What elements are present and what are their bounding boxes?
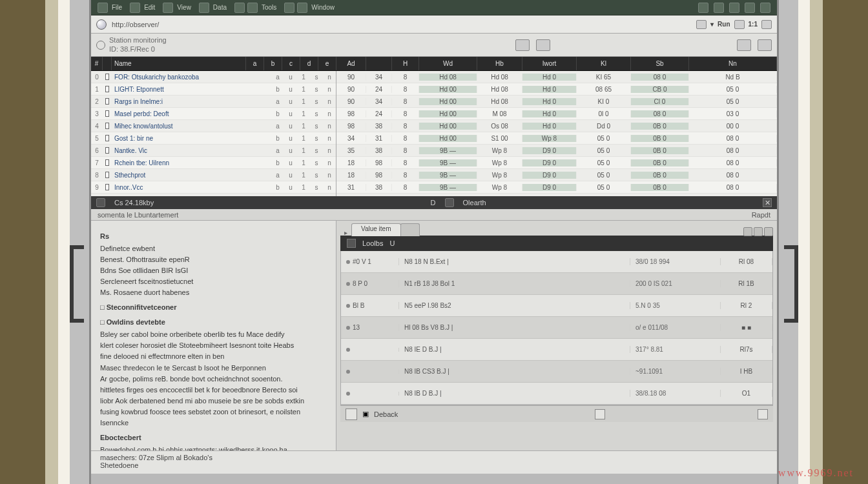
col-sb[interactable]: Sb xyxy=(631,57,689,70)
sep-btn[interactable]: Olearth xyxy=(463,199,486,207)
row-checkbox[interactable] xyxy=(103,172,112,178)
table-row[interactable]: 90248Hd 00Hd 08Hd 008 65CB 005 0 xyxy=(336,83,777,96)
col-a[interactable]: a xyxy=(246,57,264,70)
col-nn[interactable]: Nn xyxy=(689,57,777,70)
addr-action-icon[interactable] xyxy=(734,20,745,29)
status-action-icon[interactable] xyxy=(758,409,768,419)
detail-row[interactable]: N8 IB CS3 B.J |~91.1091I HB xyxy=(341,361,772,383)
detail-row[interactable]: 8 P 0N1 rB 18 J8 Bol 1200 0 IS 021Rl 1B xyxy=(341,273,772,295)
col-chk[interactable] xyxy=(103,57,112,70)
detail-row[interactable]: #0 V 1N8 18 N B.Ext |38/0 18 994Rl 08 xyxy=(341,251,772,273)
row-checkbox[interactable] xyxy=(103,74,112,80)
col-e[interactable]: e xyxy=(318,57,336,70)
table-row[interactable]: 4Mihec know/antolustau1sn xyxy=(91,120,336,132)
table-row[interactable]: 3Masel perbd: Deoftbu1sn xyxy=(91,108,336,120)
col-ad[interactable]: Ad xyxy=(336,57,366,70)
menubar-icon[interactable] xyxy=(199,3,209,13)
table-row[interactable]: 189889B —Wp 8D9 005 00B 008 0 xyxy=(336,157,777,169)
table-row[interactable]: 1LIGHT: Etponnettbu1sn xyxy=(91,83,336,96)
menubar-icon[interactable] xyxy=(98,3,108,13)
url-text[interactable]: http://observer/ xyxy=(112,21,691,28)
toolbar-icon[interactable] xyxy=(515,39,530,51)
tray-icon[interactable] xyxy=(714,3,724,13)
col-hb[interactable]: Hb xyxy=(477,57,522,70)
sep-icon[interactable] xyxy=(445,198,454,207)
tray-icon[interactable] xyxy=(698,3,708,13)
col-d[interactable]: d xyxy=(300,57,318,70)
menu-view[interactable]: View xyxy=(177,4,191,11)
row-checkbox[interactable] xyxy=(103,159,112,166)
search-icon[interactable] xyxy=(96,41,105,50)
menubar-icon[interactable] xyxy=(130,3,140,13)
close-icon[interactable]: ✕ xyxy=(763,198,772,207)
table-row[interactable]: 7Rchein tbe: Uilrennbu1sn xyxy=(91,157,336,169)
tray-icon[interactable] xyxy=(760,3,770,13)
detail-row[interactable]: Bl BN5 eeP I.98 Bs25.N 0 35Rl 2 xyxy=(341,295,772,317)
table-row[interactable]: 5Gost 1: bir nebu1sn xyxy=(91,132,336,145)
menu-edit[interactable]: Edit xyxy=(144,4,155,11)
col-iwort[interactable]: Iwort xyxy=(522,57,577,70)
menu-file[interactable]: File xyxy=(112,4,122,11)
status-action-icon[interactable] xyxy=(595,409,605,419)
menubar-icon[interactable] xyxy=(284,3,294,13)
table-row[interactable]: 313889B —Wp 8D9 005 00B 008 0 xyxy=(336,181,777,194)
table-row[interactable]: 0FOR: Otsukarichy bankozobaau1sn xyxy=(91,71,336,83)
table-row[interactable]: 353889B —Wp 8D9 005 00B 008 0 xyxy=(336,145,777,157)
detail-row[interactable]: N8 IE D B.J |317° 8.81Rl7s xyxy=(341,339,772,361)
row-checkbox[interactable] xyxy=(103,135,112,141)
menu-window[interactable]: Window xyxy=(311,4,335,11)
col-b[interactable]: b xyxy=(264,57,282,70)
detail-row[interactable]: N8 IB D B.J |38/8.18 08O1 xyxy=(341,383,772,405)
row-checkbox[interactable] xyxy=(103,86,112,92)
menubar-icon[interactable] xyxy=(234,3,245,13)
menubar-icon[interactable] xyxy=(163,3,173,13)
info-checkbox[interactable]: □ Steconnifitvetceoner xyxy=(100,302,327,313)
maximize-icon[interactable] xyxy=(754,227,763,236)
table-row[interactable]: 189889B —Wp 8D9 005 00B 008 0 xyxy=(336,169,777,181)
row-checkbox[interactable] xyxy=(103,110,112,117)
tray-icon[interactable] xyxy=(745,3,755,13)
col-wd[interactable]: Wd xyxy=(419,57,477,70)
row-checkbox[interactable] xyxy=(103,147,112,154)
menubar-icon[interactable] xyxy=(297,3,307,13)
col-idx[interactable]: # xyxy=(91,57,103,70)
edit-icon[interactable] xyxy=(346,408,357,420)
toolbar-icon[interactable] xyxy=(536,39,550,51)
tab-blank[interactable] xyxy=(400,223,420,236)
close-icon[interactable] xyxy=(764,227,773,236)
menu-tools[interactable]: Tools xyxy=(262,4,276,11)
sep-icon[interactable] xyxy=(96,198,105,207)
toolbar-icon[interactable] xyxy=(737,39,751,51)
table-row[interactable]: 34318Hd 00S1 00Wp 805 00B 008 0 xyxy=(336,132,777,145)
addr-action-icon[interactable] xyxy=(696,20,707,29)
table-row[interactable]: 98248Hd 00M 08Hd 00l 008 003 0 xyxy=(336,108,777,120)
col-name[interactable]: Name xyxy=(112,57,246,70)
addr-action-icon[interactable] xyxy=(761,20,772,29)
table-row[interactable]: 6Nantke. Vicau1sn xyxy=(91,145,336,157)
col-h[interactable]: H xyxy=(392,57,419,70)
row-checkbox[interactable] xyxy=(103,98,112,105)
detail-row[interactable]: 13Hl 08 Bs V8 B.J |o/ e 011/08■ ■ xyxy=(341,317,772,339)
run-button[interactable]: Run xyxy=(718,21,730,28)
tab-values[interactable]: Value item xyxy=(351,223,401,236)
minimize-icon[interactable] xyxy=(743,227,752,236)
table-row[interactable]: 8Sthechprotau1sn xyxy=(91,169,336,181)
table-row[interactable]: 90348Hd 00Hd 08Hd 0KI 0Cl 005 0 xyxy=(336,96,777,108)
col-c[interactable]: c xyxy=(282,57,300,70)
row-checkbox[interactable] xyxy=(103,184,112,190)
addr-dropdown[interactable]: ▾ xyxy=(710,21,714,28)
table-row[interactable]: 10selot Soosau1sn xyxy=(91,194,336,196)
table-row[interactable]: 9Innor..Vccbu1sn xyxy=(91,181,336,194)
table-row[interactable]: 90348Hd 08Hd 08Hd 0KI 6508 0Nd B xyxy=(336,71,777,83)
table-row[interactable]: 98388Hd 00Os 08Hd 0Dd 00B 000 0 xyxy=(336,120,777,132)
col-sp[interactable] xyxy=(366,57,392,70)
menu-data[interactable]: Data xyxy=(213,4,227,11)
info-checkbox[interactable]: □ Owldins devtebte xyxy=(100,317,327,328)
table-row[interactable]: 2Rargs in Inelme:iau1sn xyxy=(91,96,336,108)
row-checkbox[interactable] xyxy=(103,123,112,129)
menubar-icon[interactable] xyxy=(247,3,258,13)
zoom-label[interactable]: 1:1 xyxy=(749,21,758,28)
toolbar-icon[interactable] xyxy=(758,39,772,51)
col-kl[interactable]: Kl xyxy=(577,57,631,70)
tray-icon[interactable] xyxy=(729,3,739,13)
